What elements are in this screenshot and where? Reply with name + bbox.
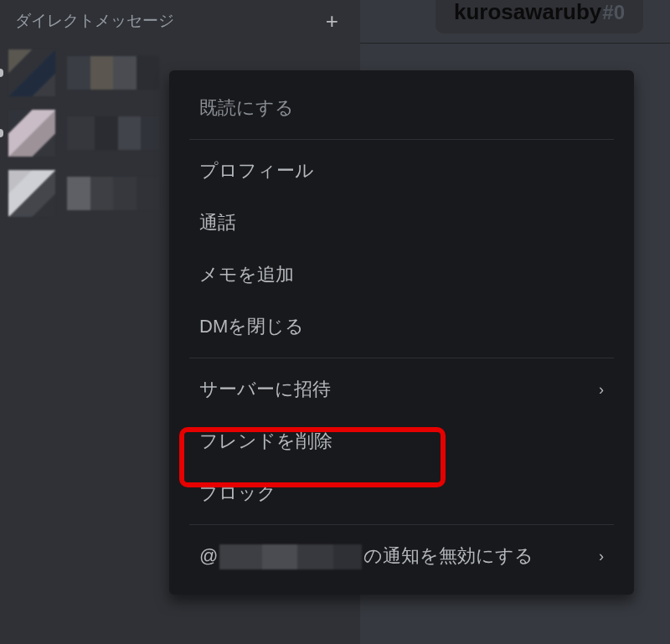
menu-invite-server[interactable]: サーバーに招待 › [178,363,626,415]
dm-username-redacted [67,56,159,90]
menu-call[interactable]: 通話 [178,197,626,249]
unread-indicator [0,129,3,137]
dm-header: ダイレクトメッセージ + [0,0,360,42]
menu-mark-read[interactable]: 既読にする [178,82,626,134]
create-dm-icon[interactable]: + [319,8,345,34]
menu-separator [189,139,614,140]
dm-username-redacted [67,177,159,210]
avatar [8,170,55,217]
chevron-right-icon: › [599,548,604,565]
user-context-menu: 既読にする プロフィール 通話 メモを追加 DMを閉じる サーバーに招待 › フ… [169,70,634,595]
menu-item-label: @の通知を無効にする [199,544,533,569]
menu-item-label: プロフィール [199,158,314,183]
mention-username-redacted [219,544,362,569]
dm-header-title: ダイレクトメッセージ [15,10,302,32]
dm-username-redacted [67,116,159,150]
username-label: kurosawaruby [454,0,601,25]
menu-item-label: 通話 [199,210,236,235]
menu-item-label: メモを追加 [199,262,294,287]
menu-remove-friend[interactable]: フレンドを削除 [178,415,626,467]
menu-item-label: ブロック [199,481,276,506]
menu-add-note[interactable]: メモを追加 [178,249,626,301]
menu-profile[interactable]: プロフィール [178,145,626,197]
user-tag-chip[interactable]: kurosawaruby #0 [436,0,643,33]
discriminator-label: #0 [602,1,625,24]
chevron-right-icon: › [599,381,604,399]
avatar [8,49,55,96]
menu-item-label: 既読にする [199,95,294,121]
menu-item-label: サーバーに招待 [199,377,331,402]
menu-separator [189,358,614,358]
avatar [8,110,55,157]
menu-mute-notifications[interactable]: @の通知を無効にする › [178,530,626,583]
menu-block[interactable]: ブロック [178,467,626,519]
menu-item-label: DMを閉じる [199,314,304,339]
menu-item-label: フレンドを削除 [199,429,332,454]
unread-indicator [0,69,3,77]
mention-suffix: の通知を無効にする [363,545,533,566]
menu-close-dm[interactable]: DMを閉じる [178,301,626,353]
mention-prefix: @ [199,545,218,566]
menu-separator [189,524,614,525]
